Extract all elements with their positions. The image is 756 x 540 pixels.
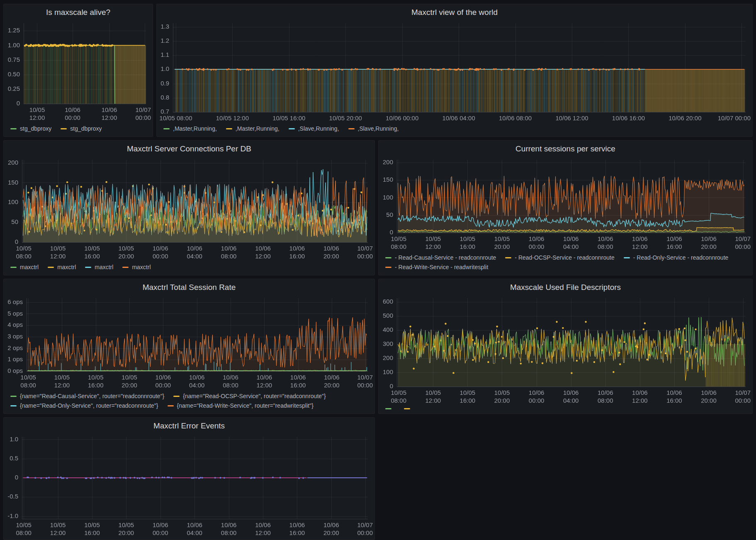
legend-item[interactable]: maxctrl <box>85 264 113 271</box>
legend-label: {name="Read-Write-Service", router="read… <box>177 402 314 409</box>
timeseries-chart-canvas[interactable] <box>379 293 752 407</box>
series-color-dash <box>10 128 17 129</box>
series-color-dash <box>10 405 17 406</box>
timeseries-chart-canvas[interactable] <box>157 18 752 124</box>
panel-title[interactable]: Maxctrl Total Session Rate <box>4 279 374 293</box>
legend-label: {name="Read-Only-Service", router="readc… <box>20 402 158 409</box>
legend-label: - Read-Only-Service - readconnroute <box>633 254 729 261</box>
series-color-dash <box>173 396 180 397</box>
series-color-dash <box>385 408 391 409</box>
legend-label: - Read-Write-Service - readwritesplit <box>395 264 488 271</box>
legend: stg_dbproxystg_dbproxy <box>4 124 153 136</box>
panel-title[interactable]: Maxctrl view of the world <box>157 4 752 18</box>
panel-maxctrl-view-of-the-world: Maxctrl view of the world ,Master,Runnin… <box>156 4 753 137</box>
panel-maxctrl-error-events: Maxctrl Error Events <box>3 417 375 540</box>
legend-item[interactable]: - Read-OCSP-Service - readconnroute <box>505 254 614 261</box>
legend-item[interactable]: stg_dbproxy <box>10 125 51 132</box>
series-color-dash <box>226 128 232 129</box>
series-color-dash <box>163 128 170 129</box>
legend-item[interactable] <box>404 408 413 409</box>
legend-label: maxctrl <box>57 264 76 271</box>
legend-item[interactable]: ,Slave,Running, <box>348 125 399 132</box>
panel-current-sessions-per-service: Current sessions per service - Read-Caus… <box>378 140 753 275</box>
legend-item[interactable]: {name="Read-OCSP-Service", router="readc… <box>173 393 326 400</box>
legend-label: - Read-Causal-Service - readconnroute <box>395 254 496 261</box>
legend-label: - Read-OCSP-Service - readconnroute <box>515 254 614 261</box>
legend-item[interactable]: ,Master,Running, <box>163 125 217 132</box>
series-color-dash <box>385 257 391 258</box>
legend-item[interactable]: - Read-Causal-Service - readconnroute <box>385 254 496 261</box>
legend-item[interactable]: maxctrl <box>10 264 39 271</box>
panel-title[interactable]: Maxctrl Server Connections Per DB <box>4 141 374 155</box>
legend-label: maxctrl <box>95 264 113 271</box>
legend-item[interactable]: stg_dbproxy <box>61 125 102 132</box>
series-color-dash <box>10 267 17 268</box>
legend-label: ,Slave,Running, <box>358 125 399 132</box>
legend-label: ,Slave,Running, <box>298 125 339 132</box>
timeseries-chart-canvas[interactable] <box>4 18 153 124</box>
legend-item[interactable] <box>385 408 395 409</box>
legend <box>379 407 752 414</box>
series-color-dash <box>85 267 91 268</box>
series-color-dash <box>122 267 129 268</box>
series-color-dash <box>348 128 355 129</box>
panel-maxctrl-total-session-rate: Maxctrl Total Session Rate {name="Read-C… <box>3 279 375 414</box>
panel-title[interactable]: Maxscale Used File Descriptors <box>379 279 752 293</box>
legend-item[interactable]: maxctrl <box>122 264 151 271</box>
legend-item[interactable]: ,Slave,Running, <box>289 125 339 132</box>
legend: {name="Read-Causal-Service", router="rea… <box>4 392 374 414</box>
legend-label: stg_dbproxy <box>20 125 51 132</box>
grafana-dashboard: Is maxscale alive? stg_dbproxystg_dbprox… <box>0 0 756 540</box>
legend-item[interactable]: {name="Read-Write-Service", router="read… <box>168 402 314 409</box>
legend-item[interactable]: ,Master,Running, <box>226 125 280 132</box>
legend-label: {name="Read-Causal-Service", router="rea… <box>20 393 164 400</box>
legend-label: {name="Read-OCSP-Service", router="readc… <box>183 393 326 400</box>
legend: maxctrlmaxctrlmaxctrlmaxctrl <box>4 263 374 275</box>
timeseries-chart-canvas[interactable] <box>4 432 374 540</box>
legend-label: ,Master,Running, <box>173 125 217 132</box>
series-color-dash <box>624 257 630 258</box>
series-color-dash <box>168 405 174 406</box>
legend-item[interactable]: maxctrl <box>48 264 76 271</box>
series-color-dash <box>10 396 17 397</box>
series-color-dash <box>404 408 410 409</box>
legend-label: stg_dbproxy <box>70 125 102 132</box>
legend-item[interactable]: - Read-Only-Service - readconnroute <box>624 254 729 261</box>
series-color-dash <box>61 128 67 129</box>
panel-maxscale-used-file-descriptors: Maxscale Used File Descriptors <box>378 279 753 414</box>
panel-maxctrl-server-connections-per-db: Maxctrl Server Connections Per DB maxctr… <box>3 140 375 275</box>
panel-title[interactable]: Is maxscale alive? <box>4 4 153 18</box>
legend-label: maxctrl <box>20 264 39 271</box>
legend-label: maxctrl <box>132 264 151 271</box>
timeseries-chart-canvas[interactable] <box>4 293 374 392</box>
panel-title[interactable]: Current sessions per service <box>379 141 752 155</box>
panel-is-maxscale-alive: Is maxscale alive? stg_dbproxystg_dbprox… <box>3 4 153 137</box>
timeseries-chart-canvas[interactable] <box>4 155 374 263</box>
legend-item[interactable]: {name="Read-Only-Service", router="readc… <box>10 402 158 409</box>
timeseries-chart-canvas[interactable] <box>379 155 752 253</box>
series-color-dash <box>289 128 295 129</box>
legend: - Read-Causal-Service - readconnroute- R… <box>379 253 752 275</box>
legend-item[interactable]: {name="Read-Causal-Service", router="rea… <box>10 393 164 400</box>
series-color-dash <box>48 267 54 268</box>
series-color-dash <box>385 267 391 268</box>
legend: ,Master,Running,,Master,Running,,Slave,R… <box>157 124 752 136</box>
legend-item[interactable]: - Read-Write-Service - readwritesplit <box>385 264 488 271</box>
series-color-dash <box>505 257 511 258</box>
panel-title[interactable]: Maxctrl Error Events <box>4 418 374 432</box>
legend-label: ,Master,Running, <box>236 125 280 132</box>
